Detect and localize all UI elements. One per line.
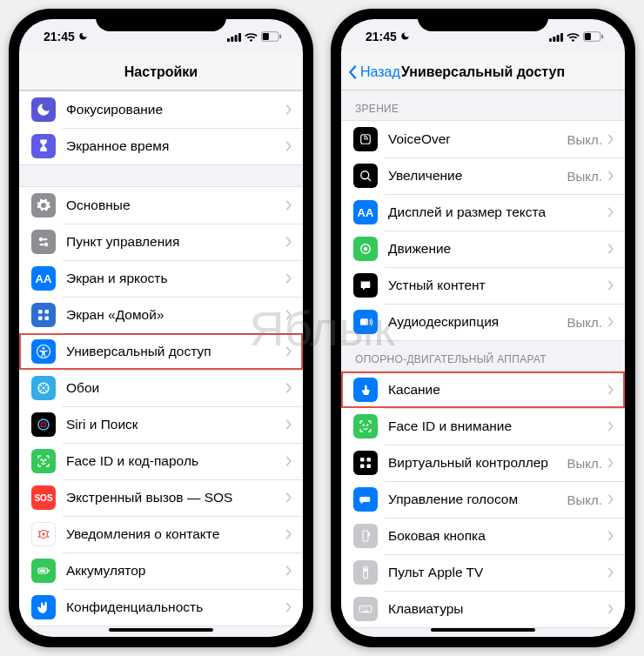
svg-rect-37 [557,35,560,42]
svg-point-16 [43,347,45,350]
svg-rect-5 [263,33,269,40]
voiceover-icon [353,127,378,151]
svg-rect-14 [45,317,50,321]
switch-icon [353,451,378,475]
chevron-right-icon [607,421,614,432]
accessibility-list[interactable]: ЗРЕНИЕ VoiceOver Выкл. Увеличение Выкл. … [341,90,625,637]
svg-point-7 [39,238,44,242]
svg-rect-50 [367,458,372,462]
chevron-right-icon [607,171,614,181]
back-button[interactable]: Назад [348,64,400,80]
side-button-icon [353,524,378,548]
row-zoom[interactable]: Увеличение Выкл. [341,157,625,194]
svg-rect-8 [43,238,47,240]
svg-point-25 [38,531,40,532]
row-general[interactable]: Основные [19,187,303,224]
row-battery[interactable]: Аккумулятор [19,552,303,589]
wallpaper-icon [31,376,56,400]
section-vision: ЗРЕНИЕ [341,90,625,120]
wifi-icon [245,32,258,42]
nav-bar: Настройки [19,54,303,90]
svg-rect-6 [279,35,281,38]
chevron-right-icon [607,244,614,254]
aa-icon: AA [353,200,378,224]
chevron-right-icon [607,458,614,468]
chevron-right-icon [607,494,614,505]
home-indicator[interactable] [431,628,535,632]
notch [96,9,226,31]
row-voiceover[interactable]: VoiceOver Выкл. [341,121,625,157]
svg-rect-35 [549,38,552,42]
row-focus[interactable]: Фокусирование [19,91,303,128]
dnd-moon-icon [400,30,410,44]
row-keyboards[interactable]: Клавиатуры [341,591,625,627]
svg-rect-53 [363,531,368,541]
siri-icon [31,412,56,437]
row-sos[interactable]: SOS Экстренный вызов — SOS [19,479,303,516]
chevron-right-icon [607,385,614,395]
chevron-right-icon [607,317,614,327]
row-privacy[interactable]: Конфиденциальность [19,589,303,626]
aa-icon: AA [31,266,56,291]
wifi-icon [567,32,580,42]
row-appletv-remote[interactable]: Пульт Apple TV [341,554,625,591]
settings-list[interactable]: Фокусирование Экранное время Основные [19,90,303,637]
row-faceid-attention[interactable]: Face ID и внимание [341,408,625,445]
svg-point-20 [41,422,46,427]
svg-rect-11 [38,310,43,314]
dnd-moon-icon [78,30,88,44]
svg-point-47 [363,425,364,425]
battery-icon [583,31,604,42]
battery-icon [261,31,282,42]
row-switch-control[interactable]: Виртуальный контроллер Выкл. [341,445,625,481]
row-home-screen[interactable]: Экран «Домой» [19,297,303,333]
touch-icon [353,378,378,402]
speech-icon [353,273,378,298]
chevron-right-icon [607,280,614,291]
row-control-center[interactable]: Пункт управления [19,224,303,260]
svg-rect-30 [48,570,50,572]
chevron-right-icon [285,141,292,151]
exposure-icon [31,522,56,546]
row-motion[interactable]: Движение [341,231,625,267]
svg-rect-51 [360,465,365,469]
cell-signal-icon [227,32,241,42]
svg-point-9 [44,243,49,247]
svg-point-28 [47,536,49,538]
svg-point-19 [38,419,49,430]
svg-point-43 [361,171,369,179]
faceid-icon [31,449,56,473]
svg-point-18 [43,387,45,390]
chevron-right-icon [607,567,614,578]
row-spoken[interactable]: Устный контент [341,267,625,304]
svg-rect-3 [238,33,241,42]
row-exposure[interactable]: Уведомления о контакте [19,516,303,552]
svg-point-22 [45,459,46,460]
row-faceid[interactable]: Face ID и код-пароль [19,443,303,479]
row-audio-desc[interactable]: Аудиодескрипция Выкл. [341,304,625,340]
row-display[interactable]: AA Экран и яркость [19,260,303,297]
row-siri[interactable]: Siri и Поиск [19,406,303,443]
chevron-right-icon [607,604,614,614]
row-side-button[interactable]: Боковая кнопка [341,518,625,554]
row-touch[interactable]: Касание [341,372,625,408]
row-screentime[interactable]: Экранное время [19,128,303,164]
svg-point-21 [41,459,42,460]
chevron-right-icon [285,237,292,247]
row-display-text[interactable]: AA Дисплей и размер текста [341,194,625,231]
svg-rect-13 [38,317,43,321]
row-wallpaper[interactable]: Обои [19,370,303,406]
chevron-right-icon [607,134,614,144]
chevron-right-icon [285,346,292,357]
screen-right: 21:45 Назад Универсальный доступ ЗРЕНИЕ … [341,19,625,637]
chevron-right-icon [285,566,292,576]
svg-rect-46 [360,318,368,325]
home-indicator[interactable] [109,628,213,632]
svg-point-48 [367,425,368,425]
row-accessibility[interactable]: Универсальный доступ [19,333,303,370]
svg-rect-36 [553,37,555,42]
chevron-right-icon [285,104,292,115]
row-voice-control[interactable]: Управление голосом Выкл. [341,481,625,518]
zoom-icon [353,164,378,188]
section-motor: ОПОРНО-ДВИГАТЕЛЬНЫЙ АППАРАТ [341,341,625,371]
